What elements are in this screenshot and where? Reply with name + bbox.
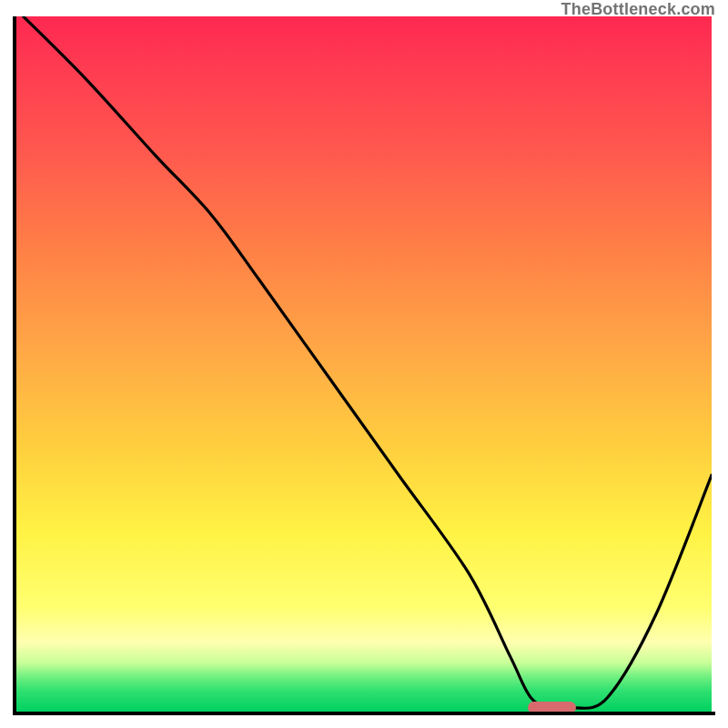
bottleneck-curve bbox=[24, 16, 712, 710]
optimal-range-marker bbox=[528, 702, 576, 712]
curve-layer bbox=[16, 16, 712, 712]
bottleneck-chart: TheBottleneck.com bbox=[0, 0, 728, 728]
y-axis bbox=[13, 16, 16, 715]
x-axis bbox=[13, 712, 715, 715]
plot-area bbox=[16, 16, 712, 712]
watermark-text: TheBottleneck.com bbox=[561, 0, 715, 19]
